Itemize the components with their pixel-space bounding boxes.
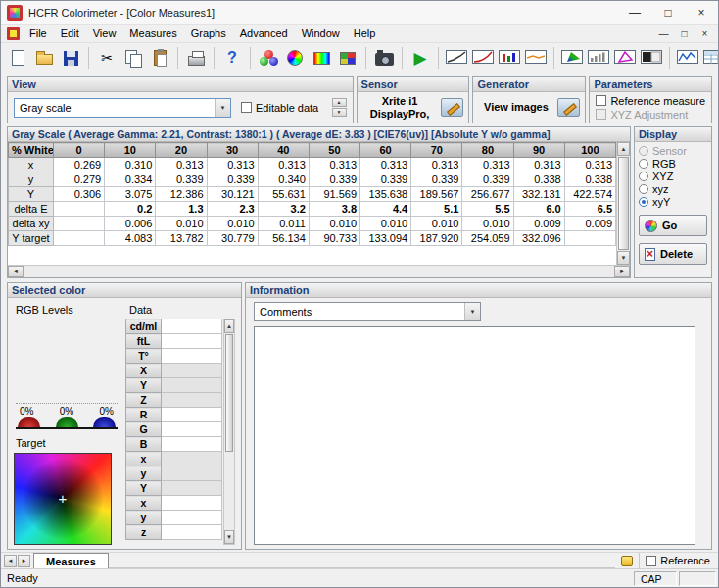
scroll-up-icon[interactable]: ▲	[224, 319, 234, 333]
table-cell[interactable]: 4.083	[105, 231, 156, 246]
table-cell[interactable]: 0.313	[156, 158, 207, 172]
data-row-value[interactable]	[162, 319, 222, 334]
table-cell[interactable]: 0.339	[462, 172, 513, 187]
data-row-value[interactable]	[162, 437, 222, 452]
help-icon[interactable]: ?	[219, 45, 245, 71]
contrast-graph-icon[interactable]	[639, 45, 664, 71]
table-cell[interactable]: 0.010	[309, 217, 360, 231]
table-cell[interactable]: 0.010	[360, 217, 411, 231]
table-cell[interactable]	[54, 202, 105, 217]
table-cell[interactable]: 0.339	[360, 172, 411, 187]
table-cell[interactable]: 0.339	[156, 172, 207, 187]
chevron-down-icon[interactable]: ▼	[215, 99, 230, 117]
radio-xyz-lower[interactable]: xyz	[639, 182, 707, 195]
cut-icon[interactable]: ✂	[94, 45, 120, 71]
table-cell[interactable]: 135.638	[360, 187, 411, 202]
table-cell[interactable]: 0.009	[513, 217, 564, 231]
table-cell[interactable]: 91.569	[309, 187, 360, 202]
data-row-value[interactable]	[162, 378, 222, 393]
menu-edit[interactable]: Edit	[54, 25, 86, 41]
data-row-value[interactable]	[162, 452, 222, 466]
camera-icon[interactable]	[371, 45, 397, 71]
table-cell[interactable]: 0.010	[462, 217, 513, 231]
radio-icon[interactable]	[639, 159, 648, 169]
data-row-value[interactable]	[162, 334, 222, 349]
color-wheel-icon[interactable]	[282, 45, 308, 71]
menu-measures[interactable]: Measures	[122, 25, 183, 41]
table-cell[interactable]: 254.059	[462, 231, 513, 246]
table-cell[interactable]: 0.010	[411, 217, 462, 231]
checkbox-box[interactable]	[241, 102, 252, 113]
save-icon[interactable]	[58, 45, 83, 71]
table-cell[interactable]: 0.313	[309, 158, 360, 172]
reference-checkbox[interactable]: Reference	[639, 553, 718, 568]
table-cell[interactable]: 0.338	[513, 172, 564, 187]
table-cell[interactable]: 133.094	[360, 231, 411, 246]
menu-window[interactable]: Window	[295, 25, 347, 41]
new-document-icon[interactable]	[5, 45, 30, 71]
table-cell[interactable]: 0.279	[54, 172, 105, 187]
view-mode-select[interactable]: Gray scale ▼	[14, 98, 231, 118]
scroll-down-icon[interactable]: ▼	[617, 251, 630, 265]
data-row-value[interactable]	[162, 422, 222, 437]
table-cell[interactable]: 5.5	[462, 202, 513, 217]
table-cell[interactable]: 0.313	[411, 158, 462, 172]
delete-button[interactable]: Delete	[639, 243, 707, 265]
table-cell[interactable]: 0.009	[564, 217, 615, 231]
table-cell[interactable]: 1.3	[156, 202, 207, 217]
menu-view[interactable]: View	[86, 25, 123, 41]
table-cell[interactable]: 332.131	[513, 187, 564, 202]
table-cell[interactable]: 0.339	[411, 172, 462, 187]
table-cell[interactable]: 0.313	[207, 158, 258, 172]
go-button[interactable]: Go	[639, 215, 707, 236]
minimize-button[interactable]: —	[618, 1, 651, 24]
color-temperature-graph-icon[interactable]	[523, 45, 549, 71]
table-cell[interactable]: 0.339	[309, 172, 360, 187]
checkbox-box[interactable]	[596, 95, 606, 106]
spin-down-icon[interactable]: ▼	[332, 108, 347, 117]
table-cell[interactable]	[54, 231, 105, 246]
table-cell[interactable]: 0.339	[207, 172, 258, 187]
mdi-minimize-button[interactable]: —	[653, 25, 674, 42]
tab-scroll-right-icon[interactable]: ►	[18, 555, 30, 567]
table-horizontal-scrollbar[interactable]: ◄ ►	[8, 265, 630, 277]
luminance-graph-icon[interactable]	[444, 45, 469, 71]
table-cell[interactable]: 0.313	[462, 158, 513, 172]
data-row-value[interactable]	[162, 525, 222, 540]
radio-rgb[interactable]: RGB	[639, 157, 707, 170]
table-cell[interactable]: 0.338	[564, 172, 615, 187]
table-cell[interactable]: 5.1	[411, 202, 462, 217]
comments-select[interactable]: Comments ▼	[254, 302, 481, 321]
table-cell[interactable]: 30.779	[207, 231, 258, 246]
comments-textarea[interactable]	[254, 326, 695, 545]
mdi-close-button[interactable]: ×	[695, 25, 715, 42]
scroll-right-icon[interactable]: ►	[614, 266, 630, 277]
radio-xyz-upper[interactable]: XYZ	[639, 170, 707, 182]
table-cell[interactable]: 0.011	[258, 217, 309, 231]
table-cell[interactable]: 12.386	[156, 187, 207, 202]
data-row-value[interactable]	[162, 511, 222, 525]
gamut-graph-icon[interactable]	[612, 45, 638, 71]
saturation-scale-icon[interactable]	[309, 45, 334, 71]
reference-measure-checkbox[interactable]: Reference measure	[596, 95, 705, 107]
table-cell[interactable]: 0.2	[105, 202, 156, 217]
table-cell[interactable]: 0.313	[564, 158, 615, 172]
measures-grid-icon[interactable]	[701, 45, 719, 71]
table-cell[interactable]: 0.306	[54, 187, 105, 202]
table-cell[interactable]: 4.4	[360, 202, 411, 217]
table-cell[interactable]: 6.0	[513, 202, 564, 217]
table-cell[interactable]: 0.006	[105, 217, 156, 231]
gamma-graph-icon[interactable]	[470, 45, 496, 71]
data-row-value[interactable]	[162, 364, 222, 378]
radio-icon[interactable]	[639, 184, 648, 194]
sensor-settings-icon[interactable]	[441, 98, 463, 117]
open-file-icon[interactable]	[31, 45, 57, 71]
close-button[interactable]: ×	[685, 1, 718, 24]
menu-advanced[interactable]: Advanced	[233, 25, 295, 41]
table-cell[interactable]: 187.920	[411, 231, 462, 246]
delta-e-graph-icon[interactable]	[586, 45, 611, 71]
data-row-value[interactable]	[162, 393, 222, 408]
maximize-button[interactable]: □	[651, 1, 685, 24]
editable-data-checkbox[interactable]: Editable data	[241, 102, 318, 114]
menu-graphs[interactable]: Graphs	[184, 25, 233, 41]
